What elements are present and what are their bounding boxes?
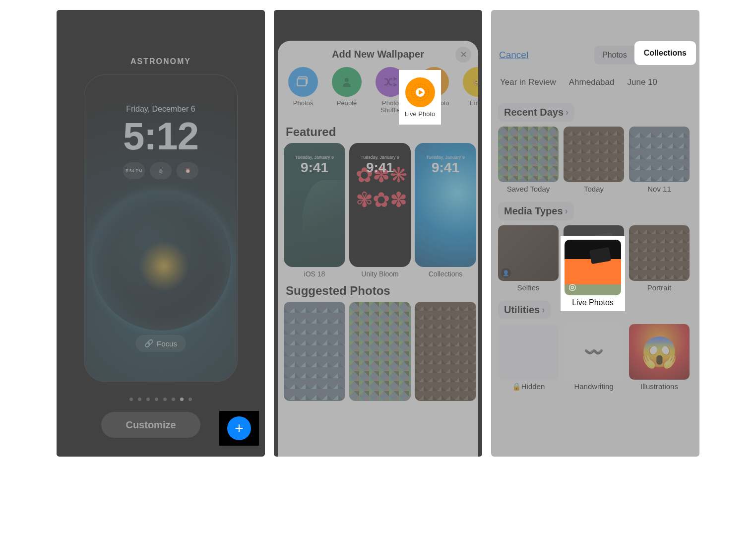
scream-emoji-icon: 😱 [629, 324, 690, 380]
add-wallpaper-button[interactable]: + [227, 416, 251, 440]
section-utilities[interactable]: Utilities › [498, 301, 551, 319]
chip-date[interactable]: June 10 [627, 77, 657, 87]
section-recent-days[interactable]: Recent Days › [498, 103, 574, 122]
category-people[interactable]: People [327, 67, 366, 114]
suggested-heading: Suggested Photos [278, 278, 478, 302]
card-nov-11[interactable]: Nov 11 [629, 127, 690, 193]
chevron-right-icon: › [565, 206, 568, 216]
card-today[interactable]: Today [564, 127, 624, 193]
people-icon [332, 67, 362, 97]
person-icon: 👤 [501, 268, 511, 278]
chip-city[interactable]: Ahmedabad [569, 77, 615, 87]
customize-button[interactable]: Customize [101, 412, 200, 438]
wallpaper-category-label: ASTRONOMY [57, 57, 265, 66]
chip-year-in-review[interactable]: Year in Review [500, 77, 556, 87]
featured-ios18[interactable]: Tuesday, January 99:41 iOS 18 [284, 143, 345, 278]
category-emoji[interactable]: 😊 Emoji [458, 67, 478, 114]
emoji-icon: 😊 [463, 67, 478, 97]
highlight-live-photo[interactable]: Live Photo [399, 70, 441, 125]
add-wallpaper-sheet: Add New Wallpaper ✕ Photos People Photo … [278, 41, 478, 457]
card-hidden[interactable]: 🔒Hidden [498, 324, 559, 391]
category-photos[interactable]: Photos [284, 67, 322, 114]
close-icon: ✕ [460, 49, 467, 60]
alarm-widget[interactable]: ⏰ [177, 162, 198, 179]
collection-chips[interactable]: Year in Review Ahmedabad June 10 [498, 77, 693, 94]
featured-collections[interactable]: Tuesday, January 99:41 Collections [415, 143, 476, 278]
svg-rect-1 [297, 79, 306, 86]
live-photo-icon [405, 77, 435, 107]
card-illustrations[interactable]: 😱 Illustrations [629, 324, 690, 391]
category-row[interactable]: Photos People Photo Shuffle Live Photo 😊… [278, 67, 478, 119]
photos-icon [288, 67, 318, 97]
segment-photos[interactable]: Photos [595, 47, 634, 64]
rings-widget[interactable]: ◎ [150, 162, 172, 179]
collections-panel: Cancel Photos Collections Year in Review… [491, 10, 699, 457]
earth-graphic [92, 192, 231, 331]
utilities-grid[interactable]: 🔒Hidden 〰️ Handwriting 😱 Illustrations [498, 324, 693, 391]
time-widget[interactable]: 5:54 PM [123, 162, 145, 179]
lock-icon: 🔒 [512, 382, 521, 391]
highlight-segment-collections[interactable]: Collections [636, 43, 694, 64]
lock-screen-date: Friday, December 6 [84, 105, 237, 114]
chevron-right-icon: › [542, 305, 545, 315]
handwriting-icon: 〰️ [564, 324, 624, 380]
cancel-button[interactable]: Cancel [499, 50, 528, 61]
add-button-highlight: + [219, 411, 259, 446]
card-saved-today[interactable]: Saved Today [498, 127, 559, 193]
lock-screen-time: 5:12 [84, 114, 237, 159]
chevron-right-icon: › [566, 107, 568, 118]
add-wallpaper-panel: Add New Wallpaper ✕ Photos People Photo … [274, 10, 482, 457]
featured-unity-bloom[interactable]: Tuesday, January 99:41 Unity Bloom [349, 143, 411, 278]
suggested-row[interactable] [278, 302, 478, 401]
section-media-types[interactable]: Media Types › [498, 202, 574, 220]
lock-screen-widgets: 5:54 PM ◎ ⏰ [84, 162, 237, 179]
link-icon: 🔗 [144, 339, 154, 348]
lock-screen-preview[interactable]: Friday, December 6 5:12 5:54 PM ◎ ⏰ 🔗 Fo… [84, 74, 238, 382]
plus-icon: + [235, 420, 244, 437]
suggested-photo-1[interactable] [284, 302, 345, 401]
sheet-title: Add New Wallpaper [278, 49, 478, 60]
featured-row[interactable]: Tuesday, January 99:41 iOS 18 Tuesday, J… [278, 143, 478, 278]
recent-days-grid[interactable]: Saved Today Today Nov 11 [498, 127, 693, 193]
lock-screen-gallery-panel: ASTRONOMY Friday, December 6 5:12 5:54 P… [57, 10, 265, 457]
card-selfies[interactable]: 👤 Selfies [498, 225, 559, 292]
suggested-photo-3[interactable] [415, 302, 476, 401]
card-handwriting[interactable]: 〰️ Handwriting [564, 324, 624, 391]
highlight-live-photos-card[interactable]: Live Photos [561, 236, 625, 311]
close-button[interactable]: ✕ [455, 47, 471, 63]
card-portrait[interactable]: Portrait [629, 225, 690, 292]
svg-point-2 [345, 78, 349, 82]
page-dots[interactable] [57, 398, 265, 401]
suggested-photo-2[interactable] [349, 302, 411, 401]
featured-heading: Featured [278, 119, 478, 143]
focus-button[interactable]: 🔗 Focus [135, 335, 186, 352]
